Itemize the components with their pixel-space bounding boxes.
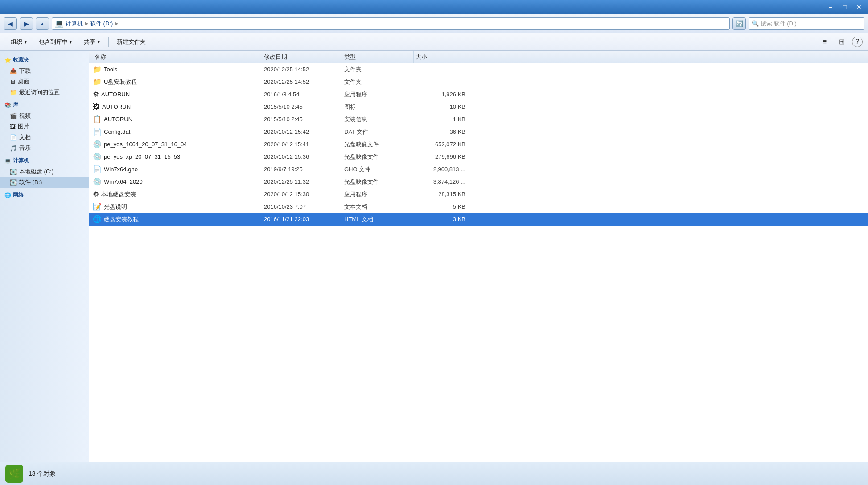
network-icon: 🌐 — [4, 192, 11, 198]
file-name-cell: 🖼AUTORUN — [93, 103, 262, 111]
sidebar-item-recent[interactable]: 📁 最近访问的位置 — [0, 87, 89, 98]
sidebar-item-desktop[interactable]: 🖥 桌面 — [0, 76, 89, 87]
drive-c-icon: 💽 — [10, 169, 17, 175]
col-header-size[interactable]: 大小 — [414, 51, 467, 63]
file-type-icon: 🖼 — [93, 103, 100, 111]
sidebar-item-videos[interactable]: 🎬 视频 — [0, 111, 89, 121]
minimize-button[interactable]: − — [823, 2, 838, 12]
file-list: 📁Tools2020/12/25 14:52文件夹📁U盘安装教程2020/12/… — [89, 63, 868, 462]
breadcrumb-drive[interactable]: 软件 (D:) — [90, 20, 113, 28]
file-name-cell: ⚙本地硬盘安装 — [93, 190, 262, 198]
file-type: 文件夹 — [342, 66, 414, 74]
file-size: 3,874,126 ... — [414, 178, 467, 185]
search-box[interactable]: 🔍 搜索 软件 (D:) — [749, 17, 864, 30]
view-details-button[interactable]: ⊞ — [834, 35, 850, 49]
file-row[interactable]: 📋AUTORUN2015/5/10 2:45安装信息1 KB — [89, 113, 868, 126]
forward-button[interactable]: ▶ — [20, 17, 33, 30]
sidebar-header-library[interactable]: 📚 库 — [0, 99, 89, 111]
drive-d-label: 软件 (D:) — [19, 178, 42, 186]
refresh-button[interactable]: 🔄 — [732, 17, 746, 30]
file-row[interactable]: 📄Win7x64.gho2019/9/7 19:25GHO 文件2,900,81… — [89, 163, 868, 176]
file-row[interactable]: 📝光盘说明2016/10/23 7:07文本文档5 KB — [89, 201, 868, 213]
breadcrumb-sep2: ▶ — [115, 21, 118, 26]
file-row[interactable]: 💿pe_yqs_xp_20_07_31_15_532020/10/12 15:3… — [89, 151, 868, 163]
file-name-cell: 🌐硬盘安装教程 — [93, 215, 262, 223]
col-header-date[interactable]: 修改日期 — [262, 51, 342, 63]
file-name-cell: ⚙AUTORUN — [93, 90, 262, 99]
file-row[interactable]: 💿pe_yqs_1064_20_07_31_16_042020/10/12 15… — [89, 138, 868, 151]
file-name-text: 光盘说明 — [104, 203, 127, 211]
file-type: 光盘映像文件 — [342, 178, 414, 186]
close-button[interactable]: ✕ — [852, 2, 866, 12]
new-folder-button[interactable]: 新建文件夹 — [111, 35, 151, 49]
documents-label: 文档 — [19, 133, 31, 141]
file-row[interactable]: 📁Tools2020/12/25 14:52文件夹 — [89, 63, 868, 76]
sidebar-item-drive-d[interactable]: 💽 软件 (D:) — [0, 177, 89, 188]
sidebar-item-drive-c[interactable]: 💽 本地磁盘 (C:) — [0, 166, 89, 177]
file-type: 安装信息 — [342, 115, 414, 123]
sidebar-item-downloads[interactable]: 📥 下载 — [0, 66, 89, 76]
breadcrumb-computer[interactable]: 计算机 — [66, 20, 83, 28]
maximize-button[interactable]: □ — [838, 2, 852, 12]
search-icon: 🔍 — [752, 20, 759, 27]
file-date: 2020/12/25 11:32 — [262, 178, 342, 185]
organize-button[interactable]: 组织 ▾ — [5, 35, 33, 49]
file-type-icon: 📋 — [93, 115, 102, 123]
view-button[interactable]: ≡ — [817, 35, 832, 49]
breadcrumb[interactable]: 💻 计算机 ▶ 软件 (D:) ▶ — [52, 17, 730, 30]
computer-label: 计算机 — [13, 157, 29, 164]
sidebar-section-network: 🌐 网络 — [0, 189, 89, 201]
picture-icon: 🖼 — [10, 123, 16, 130]
file-name-cell: 📄Config.dat — [93, 127, 262, 136]
file-size: 5 KB — [414, 203, 467, 210]
network-label: 网络 — [13, 191, 24, 199]
sidebar-item-documents[interactable]: 📄 文档 — [0, 132, 89, 143]
file-name-text: Tools — [104, 66, 117, 73]
file-name-text: Win7x64.gho — [104, 166, 138, 173]
share-button[interactable]: 共享 ▾ — [78, 35, 106, 49]
file-name-text: Win7x64_2020 — [104, 178, 143, 185]
file-row[interactable]: 🌐硬盘安装教程2016/11/21 22:03HTML 文档3 KB — [89, 213, 868, 226]
video-icon: 🎬 — [10, 113, 17, 119]
file-size: 652,072 KB — [414, 141, 467, 148]
file-type-icon: 🌐 — [93, 215, 102, 223]
help-button[interactable]: ? — [852, 37, 863, 47]
sidebar-section-library: 📚 库 🎬 视频 🖼 图片 📄 文档 🎵 音乐 — [0, 99, 89, 153]
statusbar: 🌿 13 个对象 — [0, 462, 868, 485]
col-header-type[interactable]: 类型 — [342, 51, 414, 63]
file-row[interactable]: ⚙本地硬盘安装2020/10/12 15:30应用程序28,315 KB — [89, 188, 868, 201]
file-type-icon: ⚙ — [93, 90, 99, 99]
file-row[interactable]: ⚙AUTORUN2016/1/8 4:54应用程序1,926 KB — [89, 88, 868, 101]
file-date: 2019/9/7 19:25 — [262, 166, 342, 173]
file-name-text: pe_yqs_xp_20_07_31_15_53 — [104, 153, 180, 160]
sidebar-header-computer[interactable]: 💻 计算机 — [0, 155, 89, 166]
file-size: 1 KB — [414, 116, 467, 123]
col-header-name[interactable]: 名称 — [93, 51, 262, 63]
file-name-text: AUTORUN — [104, 116, 132, 123]
file-row[interactable]: 📁U盘安装教程2020/12/25 14:52文件夹 — [89, 76, 868, 88]
file-row[interactable]: 💿Win7x64_20202020/12/25 11:32光盘映像文件3,874… — [89, 176, 868, 188]
file-name-cell: 💿pe_yqs_1064_20_07_31_16_04 — [93, 140, 262, 148]
sidebar-header-favorites[interactable]: ⭐ 收藏夹 — [0, 54, 89, 66]
file-name-cell: 📋AUTORUN — [93, 115, 262, 123]
computer-icon: 💻 — [4, 158, 11, 164]
search-placeholder: 搜索 软件 (D:) — [761, 20, 797, 28]
desktop-icon: 🖥 — [10, 78, 16, 85]
file-name-text: Config.dat — [104, 128, 130, 135]
file-name-cell: 💿pe_yqs_xp_20_07_31_15_53 — [93, 152, 262, 161]
file-date: 2016/1/8 4:54 — [262, 91, 342, 98]
add-to-library-button[interactable]: 包含到库中 ▾ — [33, 35, 78, 49]
music-icon: 🎵 — [10, 145, 17, 152]
sidebar-item-pictures[interactable]: 🖼 图片 — [0, 121, 89, 132]
file-type: 应用程序 — [342, 190, 414, 198]
file-row[interactable]: 📄Config.dat2020/10/12 15:42DAT 文件36 KB — [89, 126, 868, 138]
sidebar-item-music[interactable]: 🎵 音乐 — [0, 143, 89, 153]
sidebar-header-network[interactable]: 🌐 网络 — [0, 189, 89, 201]
sidebar: ⭐ 收藏夹 📥 下载 🖥 桌面 📁 最近访问的位置 📚 库 — [0, 51, 89, 462]
up-button[interactable]: ▲ — [36, 17, 49, 30]
videos-label: 视频 — [19, 112, 31, 120]
back-button[interactable]: ◀ — [4, 17, 17, 30]
document-icon: 📄 — [10, 134, 17, 141]
file-row[interactable]: 🖼AUTORUN2015/5/10 2:45图标10 KB — [89, 101, 868, 113]
file-type: 文本文档 — [342, 203, 414, 211]
